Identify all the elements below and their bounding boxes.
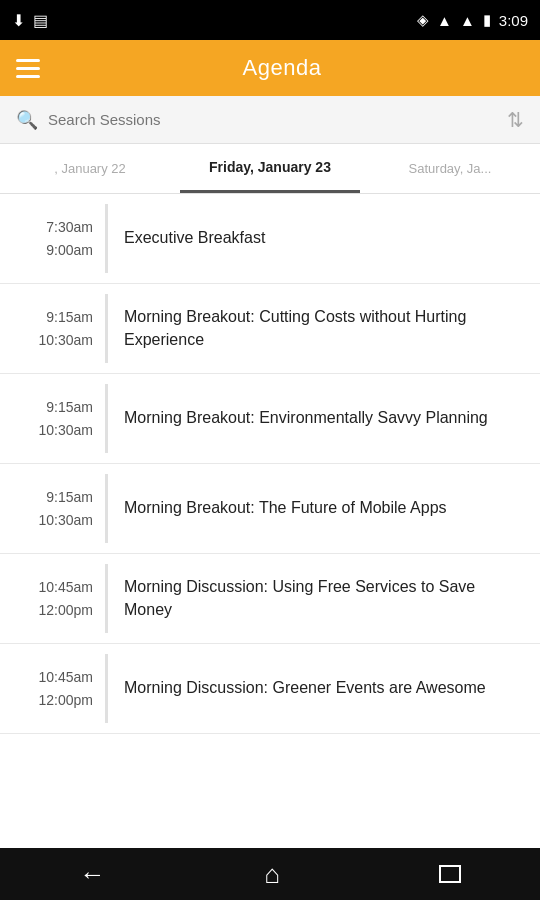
session-end: 10:30am [39,329,93,351]
session-time: 7:30am9:00am [0,194,105,283]
time-display: 3:09 [499,12,528,29]
signal-icon: ▲ [460,12,475,29]
recent-icon [439,865,461,883]
session-start: 7:30am [46,216,93,238]
session-time: 9:15am10:30am [0,284,105,373]
search-icon: 🔍 [16,109,38,131]
session-end: 10:30am [39,509,93,531]
tab-jan24[interactable]: Saturday, Ja... [360,144,540,193]
session-start: 10:45am [39,666,93,688]
back-button[interactable]: ← [79,859,105,890]
bookmark-icon: ◈ [417,11,429,29]
session-title: Morning Discussion: Greener Events are A… [108,644,540,733]
page-title: Agenda [40,55,524,81]
sort-icon[interactable]: ⇅ [507,108,524,132]
session-item[interactable]: 9:15am10:30amMorning Breakout: Environme… [0,374,540,464]
wifi-icon: ▲ [437,12,452,29]
search-bar: 🔍 ⇅ [0,96,540,144]
tab-jan22[interactable]: , January 22 [0,144,180,193]
session-start: 9:15am [46,396,93,418]
session-title: Morning Breakout: The Future of Mobile A… [108,464,540,553]
recent-button[interactable] [439,865,461,883]
download-icon: ⬇ [12,11,25,30]
session-start: 10:45am [39,576,93,598]
session-item[interactable]: 7:30am9:00amExecutive Breakfast [0,194,540,284]
session-item[interactable]: 10:45am12:00pmMorning Discussion: Using … [0,554,540,644]
day-tabs: , January 22 Friday, January 23 Saturday… [0,144,540,194]
session-item[interactable]: 9:15am10:30amMorning Breakout: The Futur… [0,464,540,554]
session-title: Morning Breakout: Cutting Costs without … [108,284,540,373]
session-start: 9:15am [46,486,93,508]
battery-icon: ▮ [483,11,491,29]
back-icon: ← [79,859,105,890]
menu-button[interactable] [16,59,40,78]
home-button[interactable]: ⌂ [264,859,280,890]
session-item[interactable]: 10:45am12:00pmMorning Discussion: Greene… [0,644,540,734]
barcode-icon: ▤ [33,11,48,30]
status-bar: ⬇ ▤ ◈ ▲ ▲ ▮ 3:09 [0,0,540,40]
session-start: 9:15am [46,306,93,328]
session-end: 12:00pm [39,599,93,621]
session-time: 10:45am12:00pm [0,554,105,643]
bottom-nav: ← ⌂ [0,848,540,900]
session-end: 10:30am [39,419,93,441]
app-header: Agenda [0,40,540,96]
home-icon: ⌂ [264,859,280,890]
session-time: 10:45am12:00pm [0,644,105,733]
session-item[interactable]: 9:15am10:30amMorning Breakout: Cutting C… [0,284,540,374]
session-title: Executive Breakfast [108,194,540,283]
session-title: Morning Breakout: Environmentally Savvy … [108,374,540,463]
tab-jan23[interactable]: Friday, January 23 [180,144,360,193]
session-end: 12:00pm [39,689,93,711]
session-title: Morning Discussion: Using Free Services … [108,554,540,643]
search-input[interactable] [48,111,507,128]
session-list: 7:30am9:00amExecutive Breakfast9:15am10:… [0,194,540,848]
session-end: 9:00am [46,239,93,261]
session-time: 9:15am10:30am [0,374,105,463]
session-time: 9:15am10:30am [0,464,105,553]
